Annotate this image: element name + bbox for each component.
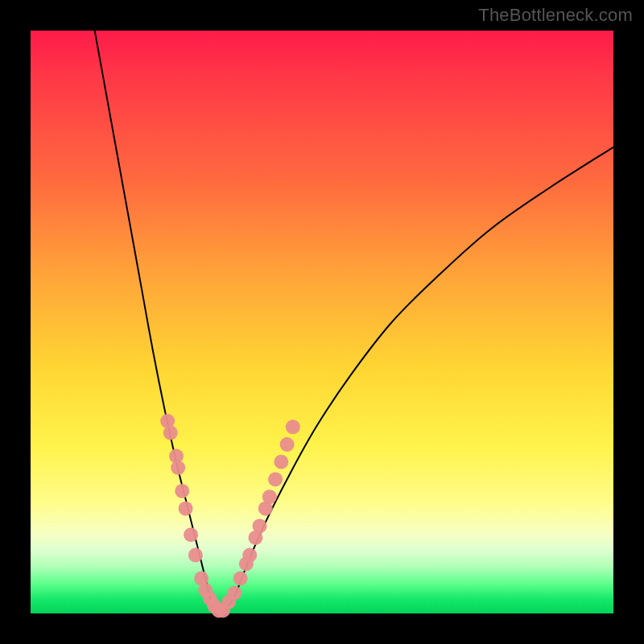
chart-svg [0,0,644,644]
outer-frame: TheBottleneck.com [0,0,644,644]
marker-dot [268,472,283,486]
marker-dot [179,502,193,516]
marker-dot [253,518,267,533]
marker-dot [163,426,178,440]
marker-dot [171,460,185,475]
marker-dot [184,527,198,542]
marker-dot [175,484,189,498]
curve-left-branch [95,31,217,613]
marker-group-right-branch-dots [216,419,300,617]
marker-dot [262,489,277,504]
marker-dot [242,548,257,563]
marker-dot [188,548,203,563]
marker-dot [233,572,248,586]
watermark-text: TheBottleneck.com [478,5,633,26]
marker-dot [280,437,295,452]
marker-dot [227,586,242,601]
marker-group-left-branch-dots [160,414,226,617]
marker-dot [274,455,288,469]
curve-right-branch [223,147,613,613]
marker-dot [286,419,300,434]
